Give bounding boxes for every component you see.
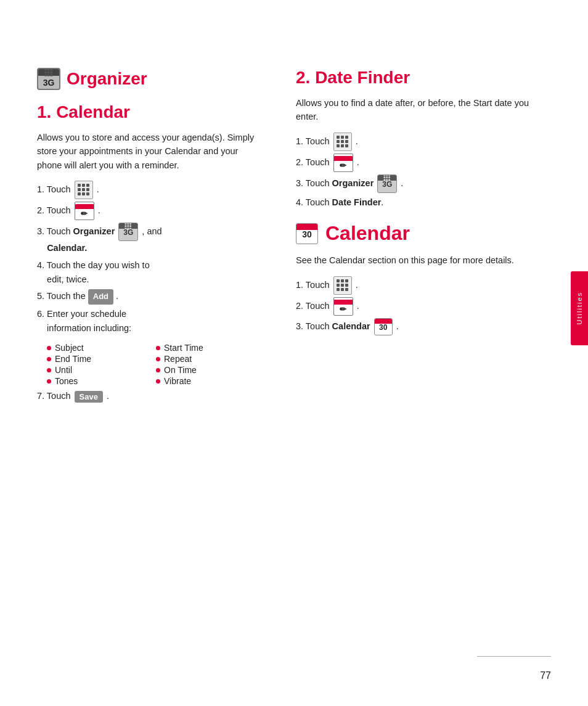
step-1: 1. Touch . bbox=[37, 181, 259, 199]
df-grid-dots-1 bbox=[337, 136, 349, 148]
organizer-title: Organizer bbox=[67, 69, 147, 89]
step-3-icon-wrap: 3G bbox=[118, 223, 138, 241]
calendar-steps-list: 1. Touch . 2. Touch bbox=[37, 181, 259, 335]
cal-step-1-icon-wrap bbox=[333, 276, 352, 295]
bullet-dot-until bbox=[47, 368, 51, 372]
cal-step-3: 3. Touch Calendar 30 . bbox=[296, 318, 551, 335]
calendar-title-text: 1. Calendar bbox=[37, 102, 130, 122]
step-1-icon-wrap bbox=[75, 181, 93, 199]
bullet-repeat: Repeat bbox=[156, 354, 259, 364]
df-step-2: 2. Touch ✏ . bbox=[296, 154, 551, 172]
bullet-start-time-text: Start Time bbox=[164, 343, 203, 353]
cal-step-2: 2. Touch ✏ . bbox=[296, 297, 551, 316]
page-divider bbox=[477, 656, 551, 657]
step-7: 7. Touch Save . bbox=[37, 391, 259, 403]
bullet-dot-repeat bbox=[156, 357, 160, 361]
calendar-section-steps: 1. Touch . 2. Touch bbox=[296, 276, 551, 335]
step-2: 2. Touch ✏ . bbox=[37, 202, 259, 220]
cal-pencil-icon-2: ✏ bbox=[333, 297, 353, 316]
df-step-3-period: . bbox=[401, 178, 403, 188]
bullet-subject: Subject bbox=[47, 343, 150, 353]
step-3-suffix: , and bbox=[142, 226, 161, 236]
org-icon-num-3: 3G bbox=[123, 229, 133, 237]
cal-icon-num-2: ✏ bbox=[81, 210, 88, 218]
org-icon-body: 3G bbox=[43, 76, 55, 89]
bullet-subject-text: Subject bbox=[55, 343, 84, 353]
bullet-end-time-text: End Time bbox=[55, 354, 91, 364]
step-3-text: 3. Touch Organizer bbox=[37, 226, 117, 236]
cal-step-3-text: 3. Touch Calendar bbox=[296, 321, 373, 330]
date-finder-steps: 1. Touch . 2. Touch bbox=[296, 133, 551, 210]
df-org-icon-top-3 bbox=[378, 175, 396, 181]
cal-icon-top-2 bbox=[75, 204, 94, 209]
org-icon-top-3 bbox=[119, 223, 137, 229]
step-6-text: 6. Enter your schedule bbox=[37, 309, 126, 319]
df-step-1-icon-wrap bbox=[333, 133, 352, 151]
bullet-start-time: Start Time bbox=[156, 343, 259, 353]
df-step-2-icon-wrap: ✏ bbox=[333, 154, 353, 172]
cal-step-3-icon-wrap: 30 bbox=[374, 318, 393, 335]
step-3-bold: Organizer bbox=[73, 226, 115, 236]
df-step-2-period: . bbox=[357, 157, 359, 167]
cal-icon-num-s2: ✏ bbox=[340, 305, 346, 313]
step-2-icon-wrap: ✏ bbox=[75, 202, 94, 220]
bullet-dot-end bbox=[47, 357, 51, 361]
df-step-3-text: 3. Touch Organizer bbox=[296, 178, 376, 188]
cal-icon-30-num-s3: 30 bbox=[379, 324, 387, 332]
bullet-end-time: End Time bbox=[47, 354, 150, 364]
cal-grid-icon-1 bbox=[333, 276, 352, 295]
calendar-description: Allows you to store and access your agen… bbox=[37, 131, 259, 172]
cal-step-3-period: . bbox=[396, 321, 399, 330]
step-3-calendar-bold: Calendar. bbox=[47, 243, 87, 253]
bullet-dot-tones bbox=[47, 379, 51, 384]
cal-step-2-text: 2. Touch bbox=[296, 300, 332, 310]
df-cal-icon-top-2 bbox=[334, 156, 353, 161]
df-pencil-icon-2: ✏ bbox=[333, 154, 353, 172]
df-grid-icon-1 bbox=[333, 133, 352, 151]
bullet-on-time-text: On Time bbox=[164, 365, 197, 375]
cal-step-3-bold: Calendar bbox=[332, 321, 370, 330]
step-7-text: 7. Touch bbox=[37, 391, 71, 401]
step-3-indent: Calendar. bbox=[37, 243, 87, 253]
bullet-on-time: On Time bbox=[156, 365, 259, 375]
step-7-save-wrap: Save bbox=[75, 391, 103, 403]
org-icon-3: 3G bbox=[118, 223, 138, 241]
bullet-tones-text: Tones bbox=[55, 376, 78, 386]
pencil-icon-2: ✏ bbox=[75, 202, 94, 220]
bullet-grid: Subject Start Time End Time Repeat Until… bbox=[47, 343, 259, 386]
bullet-repeat-text: Repeat bbox=[164, 354, 192, 364]
bullet-dot-ontime bbox=[156, 368, 160, 372]
calendar-section-header: 30 Calendar bbox=[296, 222, 551, 245]
cal-step-2-icon-wrap: ✏ bbox=[333, 297, 353, 316]
utilities-sidebar-tab: Utilities bbox=[571, 271, 588, 345]
df-step-2-text: 2. Touch bbox=[296, 157, 332, 167]
right-column: 2. Date Finder Allows you to find a date… bbox=[284, 0, 588, 706]
df-cal-icon-num-2: ✏ bbox=[340, 162, 346, 170]
cal-step-1: 1. Touch . bbox=[296, 276, 551, 295]
calendar-heading: 1. Calendar bbox=[37, 102, 259, 122]
df-step-3-bold: Organizer bbox=[332, 178, 374, 188]
df-org-icon-num-3: 3G bbox=[382, 181, 392, 189]
bullet-tones: Tones bbox=[47, 376, 150, 386]
bullet-vibrate: Vibrate bbox=[156, 376, 259, 386]
step-1-num: 1. Touch bbox=[37, 184, 73, 194]
calendar-section-desc: See the Calendar section on this page fo… bbox=[296, 253, 551, 267]
df-step-3-icon-wrap: 3G bbox=[377, 174, 397, 193]
df-step-1-period: . bbox=[356, 136, 358, 146]
df-step-4: 4. Touch Date Finder. bbox=[296, 195, 551, 210]
cal-icon-top-s2 bbox=[334, 300, 353, 305]
step-4-indent: edit, twice. bbox=[37, 274, 89, 284]
organizer-header-icon: 3G bbox=[37, 68, 60, 90]
bullet-dot-vibrate bbox=[156, 379, 160, 384]
step-4-text: 4. Touch the day you wish to bbox=[37, 260, 150, 270]
step-5: 5. Touch the Add . bbox=[37, 289, 259, 305]
bullet-until: Until bbox=[47, 365, 150, 375]
sidebar-tab-label: Utilities bbox=[576, 292, 583, 324]
cal-icon-30-num: 30 bbox=[302, 230, 312, 239]
df-step-1-text: 1. Touch bbox=[296, 136, 332, 146]
date-finder-title-text: 2. Date Finder bbox=[296, 68, 410, 88]
calendar-section-icon: 30 bbox=[296, 223, 318, 244]
step-7-period: . bbox=[107, 391, 109, 401]
df-step-4-text: 4. Touch Date Finder. bbox=[296, 197, 383, 207]
step-1-period: . bbox=[97, 184, 99, 194]
